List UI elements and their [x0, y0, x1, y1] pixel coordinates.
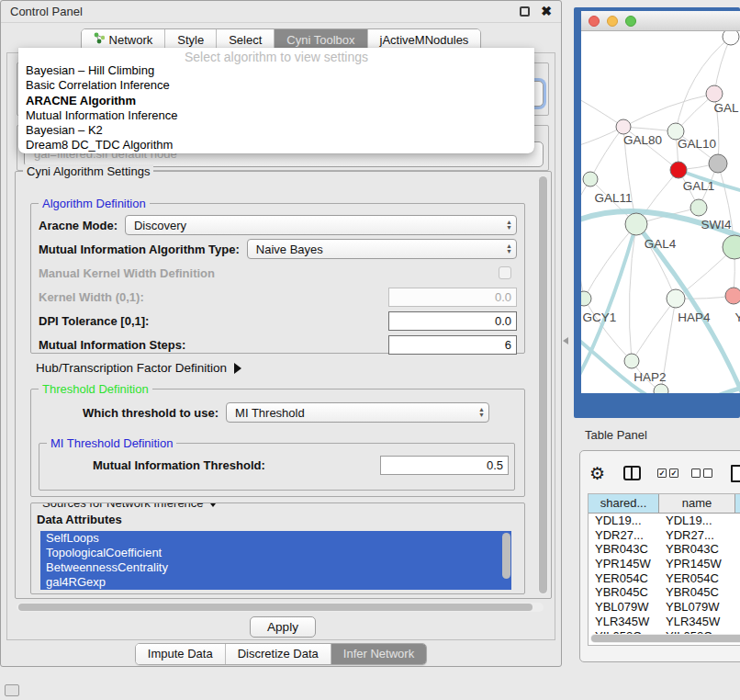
table-cell: 13: [735, 514, 740, 528]
dropdown-item-basic-correlation-inference[interactable]: Basic Correlation Inference: [18, 78, 534, 93]
network-node[interactable]: [654, 384, 668, 393]
table-panel-window: ⚙ ✓✓ shared...nameA YDL19...YDL19...13YD…: [579, 450, 740, 662]
network-node-y[interactable]: [725, 288, 740, 304]
tab-infer-network[interactable]: Infer Network: [331, 644, 426, 664]
network-node[interactable]: [709, 154, 727, 173]
expand-arrow-icon[interactable]: [234, 363, 241, 374]
select-all-columns-icon[interactable]: ✓✓: [657, 469, 678, 478]
list-item-gal4rgexp[interactable]: gal4RGexp: [40, 575, 511, 590]
node-label-gal: GAL: [713, 101, 739, 115]
table-horizontal-scrollbar[interactable]: [590, 634, 740, 643]
table-cell: YBR043C: [589, 542, 659, 557]
table-row[interactable]: YDR27...YDR27...12: [589, 528, 740, 543]
export-table-icon[interactable]: [731, 465, 740, 482]
mac-close-icon[interactable]: [589, 16, 600, 27]
table-row[interactable]: YLR345WYLR345W9.: [589, 615, 740, 629]
dropdown-item-bayesian-k2[interactable]: Bayesian – K2: [18, 123, 534, 138]
collapsed-panel-icon[interactable]: [5, 684, 19, 696]
aracne-mode-value: Discovery: [134, 219, 186, 232]
mac-minimize-icon[interactable]: [607, 16, 618, 27]
aracne-mode-label: Aracne Mode:: [39, 219, 118, 232]
split-pane-handle-icon[interactable]: [563, 337, 568, 344]
node-label-gal80: GAL80: [623, 133, 662, 147]
network-node-gal4[interactable]: [625, 213, 647, 235]
network-node-gal[interactable]: [706, 85, 723, 102]
dpi-tolerance-field[interactable]: 0.0: [388, 311, 517, 331]
hub-transcription-section[interactable]: Hub/Transcription Factor Definition: [36, 361, 241, 375]
table-row[interactable]: YBR043CYBR043C: [589, 542, 740, 557]
manual-kernel-checkbox[interactable]: [499, 266, 511, 279]
control-panel-titlebar: Control Panel ✖: [1, 1, 561, 23]
node-label-gcy1: GCY1: [583, 310, 617, 324]
list-item-topologicalcoefficient[interactable]: TopologicalCoefficient: [40, 546, 511, 560]
table-row[interactable]: YDL19...YDL19...13: [589, 514, 740, 528]
table-row[interactable]: YPR145WYPR145W9.: [589, 557, 740, 571]
data-attributes-list[interactable]: SelfLoopsTopologicalCoefficientBetweenne…: [40, 531, 511, 590]
dropdown-item-dream8-dc-tdc-algorithm[interactable]: Dream8 DC_TDC Algorithm: [18, 138, 534, 152]
algorithm-definition-title: Algorithm Definition: [39, 197, 150, 210]
table-cell: YDR27...: [659, 528, 735, 543]
tab-impute-data[interactable]: Impute Data: [136, 644, 226, 664]
settings-vertical-scrollbar[interactable]: [538, 175, 548, 594]
threshold-definition-title: Threshold Definition: [39, 382, 152, 396]
mac-zoom-icon[interactable]: [625, 16, 636, 27]
list-item-selfloops[interactable]: SelfLoops: [40, 531, 511, 546]
tab-label: Discretize Data: [238, 647, 319, 660]
network-node-hap2[interactable]: [624, 354, 639, 368]
mi-type-combobox[interactable]: Naive Bayes ▲▼: [247, 239, 517, 259]
table-row[interactable]: YBR045CYBR045C9.: [589, 585, 740, 600]
table-cell: YBL079W: [589, 600, 659, 615]
kernel-width-field[interactable]: 0.0: [388, 288, 517, 307]
node-label-gal11: GAL11: [594, 191, 632, 205]
table-cell: YDR27...: [589, 528, 659, 543]
dropdown-placeholder: Select algorithm to view settings: [18, 50, 534, 63]
network-node-hap4[interactable]: [667, 289, 685, 308]
which-threshold-combobox[interactable]: MI Threshold ▲▼: [226, 402, 489, 423]
tab-label: Style: [177, 33, 204, 47]
collapse-arrow-icon[interactable]: [207, 502, 219, 507]
list-scrollbar[interactable]: [502, 533, 510, 579]
algorithm-dropdown-list: Select algorithm to view settings Bayesi…: [18, 48, 534, 153]
table-cell: YPR145W: [659, 557, 735, 571]
network-canvas[interactable]: GALGAL80GAL10GAL1GAL11SWI4GAL4GCY1HAP4YH…: [581, 31, 740, 393]
network-node-gal1[interactable]: [670, 162, 687, 178]
dropdown-item-aracne-algorithm[interactable]: ARACNE Algorithm: [18, 94, 534, 108]
mi-threshold-field[interactable]: 0.5: [380, 456, 509, 475]
float-panel-icon[interactable]: [520, 6, 530, 17]
aracne-mode-combobox[interactable]: Discovery ▲▼: [125, 215, 517, 235]
settings-horizontal-scrollbar[interactable]: [17, 603, 544, 612]
table-cell: YBR045C: [589, 585, 659, 600]
dropdown-item-mutual-information-inference[interactable]: Mutual Information Inference: [18, 108, 534, 123]
gear-icon[interactable]: ⚙: [589, 463, 605, 484]
panel-title: Control Panel: [10, 5, 83, 18]
column-header-shared-[interactable]: shared...: [589, 494, 659, 513]
split-columns-icon[interactable]: [623, 466, 641, 480]
network-node-gcy1[interactable]: [581, 291, 591, 306]
column-header-name[interactable]: name: [659, 494, 735, 513]
sources-group-title[interactable]: Sources for Network Inference: [39, 502, 222, 510]
mi-type-value: Naive Bayes: [256, 243, 323, 256]
node-label-swi4: SWI4: [701, 218, 731, 231]
combo-stepper-icon: ▲▼: [506, 241, 512, 257]
table-header-row: shared...nameA: [589, 494, 740, 514]
table-row[interactable]: YBL079WYBL079W: [589, 600, 740, 615]
table-cell: 8.: [735, 571, 740, 586]
sources-title-text: Sources for Network Inference: [42, 502, 204, 510]
list-item-betweennesscentrality[interactable]: BetweennessCentrality: [40, 560, 511, 575]
deselect-all-columns-icon[interactable]: [691, 469, 712, 478]
tab-discretize-data[interactable]: Discretize Data: [226, 644, 331, 664]
network-node[interactable]: [723, 31, 739, 45]
close-icon[interactable]: ✖: [541, 6, 552, 17]
mi-steps-field[interactable]: 6: [388, 335, 517, 355]
column-header-a[interactable]: A: [735, 494, 740, 513]
network-node-gal11[interactable]: [583, 172, 598, 186]
kernel-width-label: Kernel Width (0,1):: [39, 290, 144, 304]
tab-label: Network: [109, 33, 153, 47]
table-row[interactable]: YER054CYER054C8.: [589, 571, 740, 586]
network-node-swi4[interactable]: [690, 199, 707, 216]
apply-button[interactable]: Apply: [250, 616, 316, 638]
network-node[interactable]: [723, 235, 740, 259]
network-node-gal80[interactable]: [616, 119, 631, 134]
network-window-titlebar[interactable]: [581, 11, 740, 31]
dropdown-item-bayesian-hill-climbing[interactable]: Bayesian – Hill Climbing: [18, 63, 534, 78]
